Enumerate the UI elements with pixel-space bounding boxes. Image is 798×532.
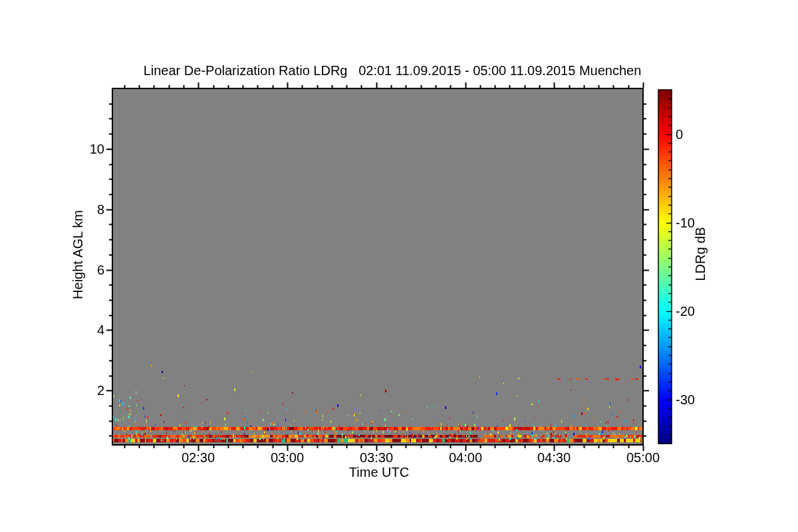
x-axis-label: Time UTC xyxy=(313,465,446,479)
x-tick-label: 04:00 xyxy=(439,450,492,465)
x-tick-label: 05:00 xyxy=(616,450,670,465)
y-tick-label: 10 xyxy=(63,142,104,156)
x-tick-label: 04:30 xyxy=(527,450,581,465)
colorbar-tick-label: -20 xyxy=(676,304,716,319)
colorbar-tick-label: -10 xyxy=(676,215,716,230)
colorbar-tick-label: -30 xyxy=(676,392,716,407)
y-tick-label: 2 xyxy=(63,383,104,398)
figure: Linear De-Polarization Ratio LDRg 02:01 … xyxy=(0,0,798,532)
colorbar-tick-label: 0 xyxy=(676,127,716,142)
chart-title: Linear De-Polarization Ratio LDRg 02:01 … xyxy=(113,63,672,78)
x-tick-label: 03:00 xyxy=(261,450,314,465)
y-tick-label: 4 xyxy=(63,323,104,337)
x-tick-label: 02:30 xyxy=(172,450,225,465)
colorbar-label: LDRg dB xyxy=(693,188,708,321)
y-tick-label: 8 xyxy=(63,202,104,217)
y-tick-label: 6 xyxy=(63,263,104,277)
x-tick-label: 03:30 xyxy=(350,450,403,465)
